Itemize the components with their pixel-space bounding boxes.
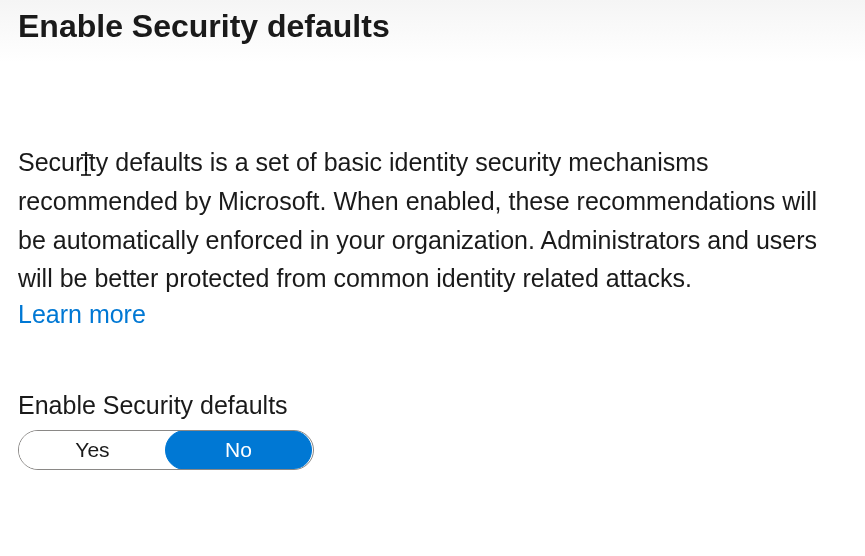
toggle-label: Enable Security defaults bbox=[18, 391, 847, 420]
panel-header: Enable Security defaults bbox=[0, 0, 865, 63]
toggle-section: Enable Security defaults Yes No bbox=[18, 391, 847, 470]
security-defaults-toggle[interactable]: Yes No bbox=[18, 430, 314, 470]
panel-title: Enable Security defaults bbox=[18, 8, 847, 45]
description-text: Security defaults is a set of basic iden… bbox=[18, 143, 847, 298]
toggle-option-no[interactable]: No bbox=[165, 430, 312, 470]
panel-content: Security defaults is a set of basic iden… bbox=[0, 63, 865, 470]
learn-more-link[interactable]: Learn more bbox=[18, 300, 146, 329]
toggle-option-yes[interactable]: Yes bbox=[19, 431, 166, 469]
